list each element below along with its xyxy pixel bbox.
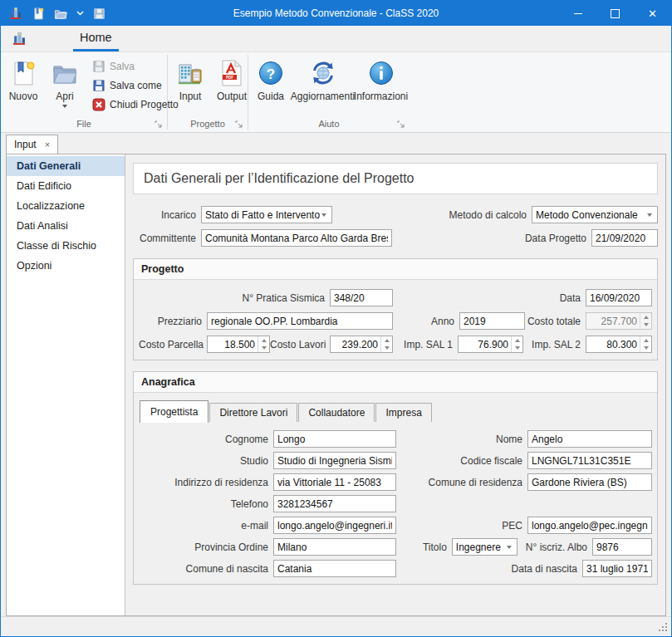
titolo-value: Ingegnere [456, 541, 501, 553]
row-telefono: Telefono [139, 495, 652, 512]
help-question-icon: ? [258, 58, 284, 88]
tab-input-document[interactable]: Input × [6, 135, 58, 154]
row-pratica-data: N° Pratica Sismica Data [139, 289, 652, 306]
salva-come-button[interactable]: Salva come [92, 77, 179, 93]
input-button[interactable]: Input [169, 55, 211, 115]
costo-totale-label: Costo totale [527, 316, 581, 327]
progetto-dialog-launcher-icon[interactable] [235, 120, 243, 129]
costo-totale-spinner [586, 312, 652, 330]
apri-button[interactable]: Apri [44, 55, 86, 115]
salva-label: Salva [110, 61, 135, 72]
incarico-label: Incarico [133, 209, 196, 221]
resize-grip-icon[interactable] [657, 621, 668, 632]
informazioni-button[interactable]: Informazioni [354, 55, 408, 115]
tab-direttore-lavori[interactable]: Direttore Lavori [209, 403, 297, 422]
group-aiuto-label: Aiuto [318, 119, 339, 129]
indirizzo-residenza-field[interactable] [273, 473, 396, 491]
data-field[interactable] [586, 289, 652, 306]
costo-parcella-value[interactable] [208, 336, 258, 352]
svg-text:PDF: PDF [226, 76, 233, 80]
aggiornamenti-button[interactable]: Aggiornamenti [292, 55, 354, 115]
sidebar-item-dati-analisi[interactable]: Dati Analisi [7, 216, 125, 236]
iscrizione-albo-field[interactable] [592, 538, 652, 556]
comune-nascita-field[interactable] [273, 560, 396, 577]
sidebar-item-dati-edificio[interactable]: Dati Edificio [7, 176, 125, 196]
sidebar-item-localizzazione[interactable]: Localizzazione [7, 196, 125, 216]
qat-new-icon[interactable] [31, 6, 46, 21]
ribbon-group-file: Nuovo Apri Salva [1, 52, 167, 132]
output-label: Output [217, 91, 247, 102]
minimize-button[interactable] [559, 1, 596, 26]
imp-sal2-spinner[interactable] [586, 336, 652, 353]
provincia-ordine-field[interactable] [273, 538, 396, 556]
document-tab-row: Input × [1, 133, 671, 154]
sidebar-item-classe-di-rischio[interactable]: Classe di Rischio [7, 236, 125, 256]
metodo-value: Metodo Convenzionale [536, 209, 638, 221]
nome-field[interactable] [527, 430, 652, 448]
imp-sal1-spinner[interactable] [458, 336, 523, 353]
spinner-arrows-icon[interactable] [511, 336, 522, 352]
costo-lavori-value[interactable] [331, 336, 380, 352]
studio-label: Studio [139, 455, 268, 467]
prezziario-field[interactable] [207, 312, 393, 330]
pratica-sismica-field[interactable] [330, 289, 393, 306]
anno-field[interactable] [459, 312, 525, 330]
codice-fiscale-label: Codice fiscale [460, 455, 522, 467]
app-icon [8, 6, 23, 21]
data-nascita-field[interactable] [582, 560, 652, 577]
close-button[interactable]: ✕ [634, 1, 671, 26]
email-field[interactable] [273, 517, 396, 534]
spinner-arrows-icon[interactable] [380, 336, 392, 352]
imp-sal2-value[interactable] [586, 336, 640, 352]
ribbon-app-icon[interactable] [1, 26, 38, 51]
pec-field[interactable] [527, 517, 652, 534]
tab-impresa[interactable]: Impresa [375, 403, 431, 422]
imp-sal1-value[interactable] [459, 336, 511, 352]
spinner-arrows-icon[interactable] [258, 336, 269, 352]
chevron-down-icon [507, 546, 512, 549]
provincia-ordine-label: Provincia Ordine [139, 541, 268, 553]
tab-close-icon[interactable]: × [45, 140, 50, 149]
incarico-value: Stato di Fatto e Intervento [205, 209, 320, 221]
data-progetto-field[interactable] [591, 229, 658, 247]
tab-collaudatore[interactable]: Collaudatore [298, 403, 375, 422]
chiudi-progetto-button[interactable]: Chiudi Progetto [92, 96, 179, 112]
ribbon-group-progetto: Input PDF Output Progetto [168, 52, 248, 132]
costo-lavori-spinner[interactable] [330, 336, 393, 353]
apri-label: Apri [56, 91, 73, 102]
incarico-select[interactable]: Stato di Fatto e Intervento [201, 206, 332, 223]
guida-button[interactable]: ? Guida [250, 55, 292, 115]
committente-field[interactable] [201, 229, 392, 247]
sidebar-item-opzioni[interactable]: Opzioni [7, 256, 125, 276]
costo-parcella-spinner[interactable] [207, 336, 270, 353]
codice-fiscale-field[interactable] [527, 452, 652, 469]
metodo-di-calcolo-label: Metodo di calcolo [449, 209, 527, 221]
studio-field[interactable] [273, 452, 396, 469]
row-nascita: Comune di nascita Data di nascita [139, 560, 652, 577]
qat-save-icon[interactable] [91, 6, 106, 21]
sidebar-item-dati-generali[interactable]: Dati Generali [7, 156, 125, 176]
salva-button[interactable]: Salva [92, 58, 179, 74]
row-committente-data: Committente Data Progetto [133, 229, 658, 247]
maximize-button[interactable] [596, 1, 634, 26]
anno-label: Anno [393, 316, 454, 327]
nuovo-button[interactable]: Nuovo [2, 55, 44, 115]
output-button[interactable]: PDF Output [211, 55, 253, 115]
group-progetto-label: Progetto [190, 119, 225, 129]
metodo-di-calcolo-select[interactable]: Metodo Convenzionale [532, 206, 658, 223]
cognome-field[interactable] [273, 430, 396, 448]
spinner-arrows-icon[interactable] [640, 336, 651, 352]
titolo-select[interactable]: Ingegnere [452, 538, 517, 556]
anagrafica-tabs: Progettista Direttore Lavori Collaudator… [140, 399, 652, 422]
file-dialog-launcher-icon[interactable] [155, 120, 163, 129]
qat-open-icon[interactable] [53, 6, 68, 21]
aiuto-dialog-launcher-icon[interactable] [397, 120, 405, 129]
qat-chevron-down-icon[interactable] [76, 6, 84, 21]
row-studio-cf: Studio Codice fiscale [139, 452, 652, 469]
tab-home[interactable]: Home [73, 26, 119, 51]
anagrafica-groupbox-title: Anagrafica [134, 372, 657, 393]
telefono-field[interactable] [273, 495, 396, 512]
comune-residenza-field[interactable] [527, 473, 652, 491]
tab-progettista[interactable]: Progettista [140, 400, 208, 423]
telefono-label: Telefono [139, 498, 268, 510]
